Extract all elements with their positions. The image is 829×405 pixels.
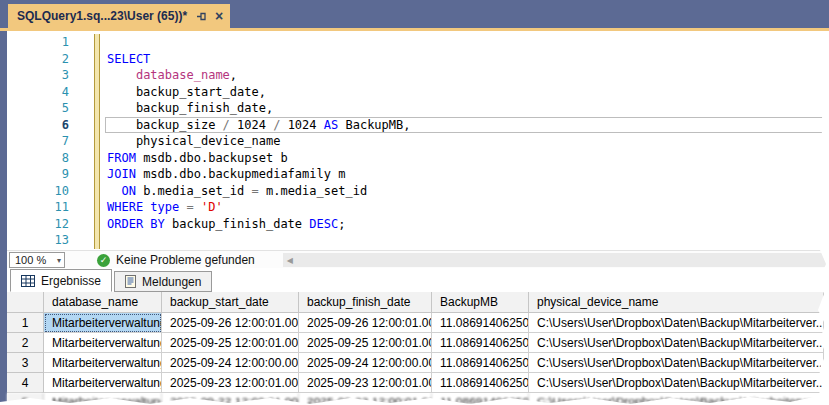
change-tracking-margin (94, 34, 100, 51)
zoom-level-value: 100 % (15, 254, 46, 266)
code-token: , (230, 68, 237, 82)
horizontal-scrollbar[interactable]: ◀ (283, 253, 829, 267)
grid-cell[interactable]: C:\Users\User\Dropbox\Daten\Backup\Mitar… (529, 313, 824, 333)
line-number: 7 (7, 133, 69, 150)
change-tracking-margin (94, 232, 100, 249)
code-token: WHERE (107, 200, 143, 214)
line-number: 6 (7, 117, 69, 134)
code-token: JOIN (107, 167, 136, 181)
column-header-backup_finish_date[interactable]: backup_finish_date (299, 292, 432, 313)
code-line[interactable]: 6 backup_size / 1024 / 1024 AS BackupMB, (7, 117, 829, 134)
change-tracking-margin (94, 117, 100, 134)
document-tab[interactable]: SQLQuery1.sq...23\User (65))* × (8, 4, 230, 28)
grid-cell[interactable]: 2025-09-26 12:00:01.000 (162, 313, 299, 333)
grid-cell[interactable]: 2025-09-25 12:00:01.000 (299, 333, 432, 353)
code-line[interactable]: 10 ON b.media_set_id = m.media_set_id (7, 183, 829, 200)
code-token: ; (338, 217, 345, 231)
line-number: 11 (7, 199, 69, 216)
grid-cell[interactable]: C:\Users\User\Dropbox\Daten\Backup\Mitar… (529, 353, 824, 373)
grid-cell[interactable]: 2025-09-26 12:00:01.000 (299, 313, 432, 333)
code-token: 'D' (201, 200, 223, 214)
grid-cell[interactable]: 2025-09-24 12:00:00.000 (162, 353, 299, 373)
code-line[interactable]: 1 (7, 34, 829, 51)
grid-cell[interactable]: 11.08691406250 (432, 313, 529, 333)
scroll-left-icon[interactable]: ◀ (287, 256, 293, 265)
code-text: physical_device_name (105, 133, 829, 150)
column-header-BackupMB[interactable]: BackupMB (432, 292, 529, 313)
line-number: 5 (7, 100, 69, 117)
code-line[interactable]: 3 database_name, (7, 67, 829, 84)
grid-cell[interactable]: 2025-09-23 12:00:01.000 (162, 373, 299, 393)
code-token (107, 68, 136, 82)
grid-cell[interactable]: Mitarbeiterverwaltung (44, 353, 162, 373)
grid-cell[interactable]: 2025-09-22 12:00:01.000 (299, 393, 432, 405)
change-tracking-margin (94, 183, 100, 200)
chevron-down-icon: ▾ (57, 256, 61, 265)
grid-header-row: database_namebackup_start_datebackup_fin… (7, 292, 829, 313)
column-header-physical_device_name[interactable]: physical_device_name (529, 292, 824, 313)
grid-cell[interactable]: C:\Users\User\Dropbox\Daten\Backup\Mitar… (529, 333, 824, 353)
grid-cell[interactable]: 11.08691406250 (432, 373, 529, 393)
grid-cell[interactable]: C:\Users\User\Dropbox\Daten\Backup\Mitar… (529, 373, 824, 393)
grid-cell[interactable]: Mitarbeiterverwaltung (44, 393, 162, 405)
code-token: database_name (136, 68, 230, 82)
code-line[interactable]: 2SELECT (7, 51, 829, 68)
code-token: ON (121, 184, 135, 198)
tab-ergebnisse[interactable]: Ergebnisse (10, 269, 112, 292)
row-number[interactable]: 2 (7, 333, 44, 353)
grid-cell[interactable]: 11.08691406250 (432, 353, 529, 373)
column-header-backup_start_date[interactable]: backup_start_date (162, 292, 299, 313)
code-line[interactable]: 12ORDER BY backup_finish_date DESC; (7, 216, 829, 233)
code-token: ORDER BY (107, 217, 165, 231)
document-tab-title: SQLQuery1.sq...23\User (65))* (17, 9, 187, 23)
grid-cell[interactable]: Mitarbeiterverwaltung (44, 313, 162, 333)
select-all-corner[interactable] (7, 292, 44, 313)
code-token: msdb.dbo.backupset b (136, 151, 288, 165)
code-line[interactable]: 7 physical_device_name (7, 133, 829, 150)
change-tracking-margin (94, 216, 100, 233)
code-line[interactable]: 8FROM msdb.dbo.backupset b (7, 150, 829, 167)
row-number[interactable]: 3 (7, 353, 44, 373)
table-row-partial: 5Mitarbeiterverwaltung2025-09-22 12:00:0… (7, 393, 829, 405)
pin-icon[interactable] (196, 11, 207, 22)
tab-meldungen-label: Meldungen (142, 275, 201, 289)
code-analysis-message: Keine Probleme gefunden (116, 253, 255, 267)
code-text: SELECT (105, 51, 829, 68)
grid-cell[interactable]: 2025-09-22 12:00:01.000 (162, 393, 299, 405)
change-tracking-margin (94, 199, 100, 216)
change-tracking-margin (94, 166, 100, 183)
code-token: AS (324, 118, 338, 132)
row-number[interactable]: 5 (7, 393, 44, 405)
grid-cell[interactable]: 11.08691406250 (432, 333, 529, 353)
line-number: 4 (7, 84, 69, 101)
grid-cell[interactable]: 2025-09-24 12:00:00.000 (299, 353, 432, 373)
tab-meldungen[interactable]: Meldungen (114, 271, 212, 292)
code-token: type (150, 200, 179, 214)
row-number[interactable]: 1 (7, 313, 44, 333)
grid-cell[interactable]: Mitarbeiterverwaltung (44, 373, 162, 393)
code-token: b.media_set_id (136, 184, 252, 198)
grid-cell[interactable]: 2025-09-23 12:00:01.000 (299, 373, 432, 393)
code-line[interactable]: 9JOIN msdb.dbo.backupmediafamily m (7, 166, 829, 183)
grid-cell[interactable]: C:\Users\User\Dropbox\Daten\Backup\Mitar… (529, 393, 824, 405)
code-line[interactable]: 13 (7, 232, 829, 249)
code-line[interactable]: 11WHERE type = 'D' (7, 199, 829, 216)
code-token (107, 184, 121, 198)
grid-cell[interactable]: Mitarbeiterverwaltung (44, 333, 162, 353)
sql-editor[interactable]: 12SELECT3 database_name,4 backup_start_d… (7, 31, 829, 250)
code-token: FROM (107, 151, 136, 165)
code-token: backup_finish_date (165, 217, 310, 231)
column-header-database_name[interactable]: database_name (44, 292, 162, 313)
code-line[interactable]: 4 backup_start_date, (7, 84, 829, 101)
results-tab-strip: Ergebnisse Meldungen (7, 268, 829, 292)
zoom-level-select[interactable]: 100 % ▾ (9, 252, 65, 268)
grid-cell[interactable]: 2025-09-25 12:00:01.000 (162, 333, 299, 353)
code-token: 1024 (230, 118, 273, 132)
code-line[interactable]: 5 backup_finish_date, (7, 100, 829, 117)
grid-cell[interactable]: 11.08691406250 (432, 393, 529, 405)
messages-icon (125, 275, 136, 288)
row-number[interactable]: 4 (7, 373, 44, 393)
code-token: DESC (309, 217, 338, 231)
line-number: 10 (7, 183, 69, 200)
close-icon[interactable]: × (215, 9, 223, 23)
